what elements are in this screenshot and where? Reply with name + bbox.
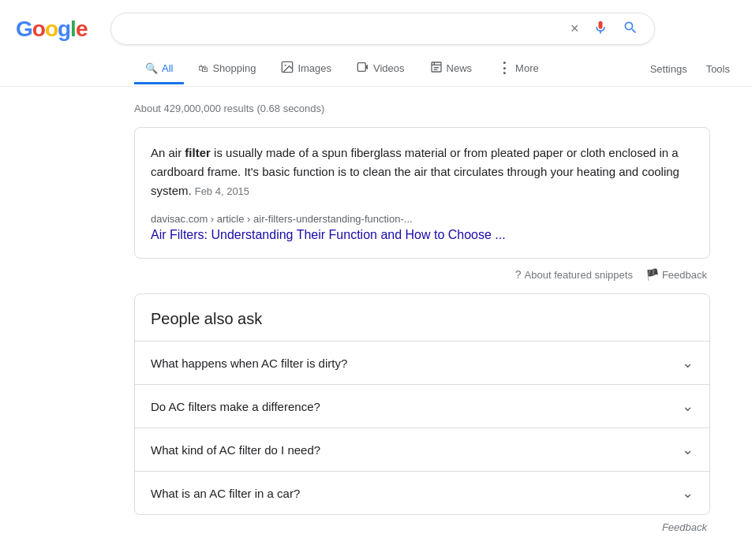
snippet-bold-word: filter [185, 146, 211, 159]
logo-l: l [70, 17, 76, 41]
about-snippets-label: About featured snippets [525, 269, 633, 281]
logo-o1: o [32, 17, 45, 41]
paa-question-1: Do AC filters make a difference? [151, 400, 320, 413]
images-icon [281, 61, 294, 76]
tab-more-label: More [515, 62, 539, 74]
snippet-feedback-link[interactable]: 🏴 Feedback [645, 268, 707, 281]
search-bar-wrapper: what is an ac filter × [110, 13, 655, 45]
svg-point-1 [285, 64, 286, 65]
paa-title: People also ask [135, 294, 709, 341]
google-logo[interactable]: Google [16, 17, 87, 42]
snippet-text-before: An air [151, 146, 185, 159]
chevron-down-icon-2: ⌄ [682, 441, 694, 458]
tab-news-label: News [447, 62, 473, 74]
logo-g2: g [58, 17, 70, 41]
snippet-date: Feb 4, 2015 [195, 185, 249, 197]
question-icon: ? [515, 268, 522, 281]
tab-all-label: All [162, 62, 173, 74]
paa-question-3: What is an AC filter in a car? [151, 487, 300, 500]
bottom-feedback: Feedback [134, 515, 710, 539]
all-icon [145, 62, 158, 74]
settings-link[interactable]: Settings [644, 55, 694, 83]
tab-images-label: Images [297, 62, 331, 74]
results-count: About 429,000,000 results (0.68 seconds) [134, 103, 736, 114]
voice-search-button[interactable] [589, 20, 612, 38]
logo-e: e [76, 17, 88, 41]
search-icon [623, 20, 638, 35]
tab-videos[interactable]: Videos [346, 53, 416, 86]
tab-shopping[interactable]: 🛍 Shopping [187, 54, 267, 84]
paa-item-1[interactable]: Do AC filters make a difference? ⌄ [135, 384, 709, 427]
paa-question-0: What happens when AC filter is dirty? [151, 357, 347, 370]
news-icon [430, 61, 443, 76]
paa-item-0[interactable]: What happens when AC filter is dirty? ⌄ [135, 341, 709, 384]
flag-icon: 🏴 [645, 268, 659, 281]
logo-o2: o [45, 17, 58, 41]
chevron-down-icon-1: ⌄ [682, 398, 694, 415]
search-submit-button[interactable] [619, 20, 642, 38]
snippet-text: An air filter is usually made of a spun … [151, 144, 694, 200]
paa-question-2: What kind of AC filter do I need? [151, 443, 320, 457]
header: Google what is an ac filter × [0, 0, 752, 45]
microphone-icon [593, 20, 608, 35]
featured-snippet: An air filter is usually made of a spun … [134, 127, 710, 259]
videos-icon [357, 61, 369, 76]
more-dots-icon: ⋮ [497, 59, 511, 77]
chevron-down-icon-3: ⌄ [682, 484, 694, 502]
tab-news[interactable]: News [419, 53, 484, 86]
main-content: About 429,000,000 results (0.68 seconds)… [0, 87, 752, 555]
paa-item-2[interactable]: What kind of AC filter do I need? ⌄ [135, 427, 709, 471]
people-also-ask-section: People also ask What happens when AC fil… [134, 293, 710, 515]
feedback-row: ? About featured snippets 🏴 Feedback [134, 268, 710, 281]
logo-g: G [16, 17, 32, 41]
snippet-feedback-label: Feedback [662, 269, 707, 281]
tab-images[interactable]: Images [270, 53, 342, 86]
search-bar: what is an ac filter × [110, 13, 655, 45]
paa-item-3[interactable]: What is an AC filter in a car? ⌄ [135, 471, 709, 514]
about-snippets-link[interactable]: ? About featured snippets [515, 268, 633, 281]
chevron-down-icon-0: ⌄ [682, 354, 694, 371]
clear-button[interactable]: × [567, 21, 582, 37]
tab-shopping-label: Shopping [212, 62, 256, 74]
svg-rect-2 [357, 62, 365, 71]
tools-link[interactable]: Tools [700, 55, 736, 83]
shopping-icon: 🛍 [198, 62, 208, 74]
tab-videos-label: Videos [373, 62, 405, 74]
nav-tabs: All 🛍 Shopping Images Videos News ⋮ More… [0, 45, 752, 87]
snippet-source: davisac.com › article › air-filters-unde… [151, 213, 694, 225]
tab-more[interactable]: ⋮ More [486, 51, 550, 87]
snippet-link[interactable]: Air Filters: Understanding Their Functio… [151, 228, 694, 242]
tab-all[interactable]: All [134, 54, 184, 84]
search-input[interactable]: what is an ac filter [124, 22, 559, 36]
bottom-feedback-link[interactable]: Feedback [662, 521, 707, 533]
nav-settings: Settings Tools [644, 55, 736, 83]
